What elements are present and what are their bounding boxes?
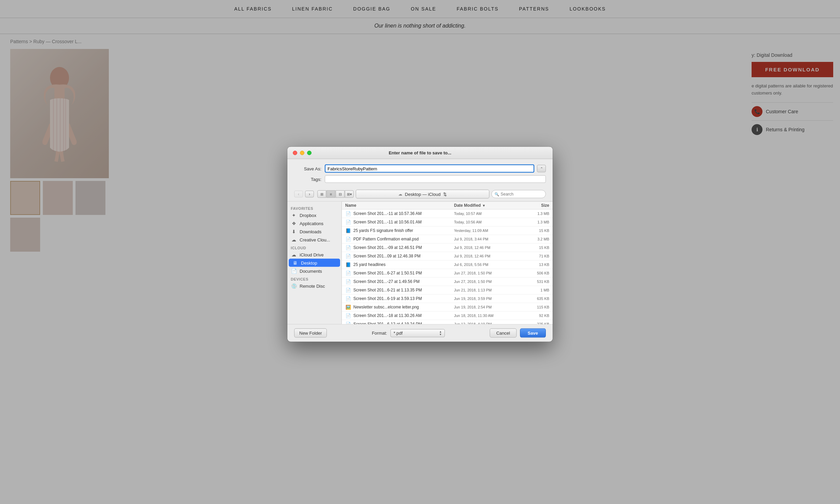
sidebar-creative-cloud-label: Creative Clou...	[300, 237, 330, 242]
file-row[interactable]: 📄 Screen Shot 201...6-21 at 1.13.35 PM J…	[342, 286, 553, 295]
file-row[interactable]: 📄 PDF Pattern Confirmation email.psd Jul…	[342, 235, 553, 243]
sidebar-downloads[interactable]: ⬇ Downloads	[287, 228, 341, 236]
sidebar-dropbox[interactable]: ✦ Dropbox	[287, 211, 341, 219]
search-input[interactable]	[501, 192, 552, 197]
traffic-lights	[293, 151, 312, 155]
file-icon: 📄	[345, 245, 351, 251]
column-date-header[interactable]: Date Modified ▼	[454, 203, 522, 208]
back-button[interactable]: ‹	[294, 191, 303, 198]
favorites-section-label: Favorites	[287, 204, 341, 211]
save-button[interactable]: Save	[520, 329, 546, 338]
nav-bar: ‹ › ⊞ ≡ ⊟ ⊞▾ ☁ Desktop — iCloud ⇅ 🔍	[287, 187, 553, 202]
file-row[interactable]: 📄 Screen Shot 201...-18 at 11.30.26 AM J…	[342, 312, 553, 320]
file-icon: 📄	[345, 270, 351, 276]
file-row[interactable]: 📘 25 yards FS signature finish offer Yes…	[342, 226, 553, 235]
forward-button[interactable]: ›	[305, 191, 314, 198]
tags-input[interactable]	[325, 175, 546, 183]
applications-icon: ❖	[291, 221, 297, 226]
tags-row: Tags:	[294, 175, 546, 183]
file-size: 115 KB	[522, 305, 549, 309]
sidebar-dropbox-label: Dropbox	[300, 213, 316, 218]
save-as-row: Save As: ⌃	[294, 165, 546, 173]
expand-button[interactable]: ⌃	[537, 165, 546, 172]
file-name: Newsletter subsc...elcome letter.png	[353, 305, 454, 309]
file-size: 531 KB	[522, 280, 549, 284]
sidebar-remote-disc[interactable]: 💿 Remote Disc	[287, 282, 341, 290]
file-row[interactable]: 📄 Screen Shot 201...-09 at 12.46.51 PM J…	[342, 243, 553, 252]
cover-flow-button[interactable]: ⊞▾	[345, 190, 354, 198]
sidebar-desktop[interactable]: 🖥 Desktop	[289, 259, 340, 267]
sort-arrow-icon: ▼	[482, 203, 486, 207]
file-row[interactable]: 📄 Screen Shot 201...-27 at 1.49.56 PM Ju…	[342, 278, 553, 286]
column-name-header[interactable]: Name	[345, 203, 454, 208]
sidebar-remote-disc-label: Remote Disc	[300, 283, 325, 288]
file-icon: 📘	[345, 262, 351, 268]
file-name: Screen Shot 201...6-12 at 4.19.24 PM	[353, 322, 454, 324]
creative-cloud-icon: ☁	[291, 237, 297, 242]
file-icon: 🖼️	[345, 304, 351, 310]
sidebar-downloads-label: Downloads	[300, 229, 321, 234]
file-row[interactable]: 📄 Screen Shot 201...09 at 12.46.38 PM Ju…	[342, 252, 553, 261]
file-name: Screen Shot 201...-11 at 10.57.36 AM	[353, 211, 454, 216]
location-dropdown[interactable]: ☁ Desktop — iCloud ⇅	[356, 190, 489, 199]
file-row[interactable]: 🖼️ Newsletter subsc...elcome letter.png …	[342, 303, 553, 312]
file-row[interactable]: 📄 Screen Shot 201...-11 at 10.56.01 AM T…	[342, 218, 553, 226]
sidebar: Favorites ✦ Dropbox ❖ Applications ⬇ Dow…	[287, 202, 342, 324]
save-as-label: Save As:	[294, 166, 321, 171]
format-label: Format:	[372, 331, 387, 336]
icloud-icon: ☁	[398, 192, 402, 197]
tags-label: Tags:	[294, 177, 321, 182]
remote-disc-icon: 💿	[291, 283, 297, 289]
save-as-input[interactable]	[325, 165, 534, 173]
file-date: Jun 19, 2018, 2:54 PM	[454, 305, 522, 309]
sidebar-documents[interactable]: 📄 Documents	[287, 267, 341, 275]
location-label: Desktop — iCloud	[405, 191, 441, 197]
file-row[interactable]: 📄 Screen Shot 201...6-19 at 3.59.13 PM J…	[342, 295, 553, 303]
file-date: Jun 19, 2018, 3:59 PM	[454, 297, 522, 301]
dialog-bottom-right: Cancel Save	[490, 329, 546, 338]
file-size: 225 KB	[522, 322, 549, 324]
file-name: Screen Shot 201...6-27 at 1.50.51 PM	[353, 271, 454, 275]
file-row[interactable]: 📘 25 yard headlines Jul 6, 2018, 5:56 PM…	[342, 261, 553, 269]
dropbox-icon: ✦	[291, 213, 297, 218]
save-dialog: Enter name of file to save to... Save As…	[287, 147, 553, 342]
format-value: *.pdf	[393, 331, 403, 336]
file-icon: 📄	[345, 313, 351, 319]
file-date: Jun 21, 2018, 1:13 PM	[454, 288, 522, 292]
file-date: Jul 9, 2018, 12:46 PM	[454, 246, 522, 250]
downloads-icon: ⬇	[291, 229, 297, 234]
file-name: Screen Shot 201...-27 at 1.49.56 PM	[353, 279, 454, 284]
dialog-body: Save As: ⌃ Tags:	[287, 159, 553, 183]
file-size: 1.3 MB	[522, 212, 549, 216]
file-size: 1.3 MB	[522, 220, 549, 224]
file-size: 506 KB	[522, 271, 549, 275]
list-view-button[interactable]: ≡	[326, 190, 335, 198]
file-row[interactable]: 📄 Screen Shot 201...6-12 at 4.19.24 PM J…	[342, 320, 553, 324]
file-icon: 📄	[345, 236, 351, 242]
file-list-container: Name Date Modified ▼ Size 📄 Screen Shot …	[342, 202, 553, 324]
cancel-button[interactable]: Cancel	[490, 329, 516, 338]
file-icon: 📄	[345, 287, 351, 293]
file-row[interactable]: 📄 Screen Shot 201...6-27 at 1.50.51 PM J…	[342, 269, 553, 278]
column-view-button[interactable]: ⊟	[336, 190, 345, 198]
file-row[interactable]: 📄 Screen Shot 201...-11 at 10.57.36 AM T…	[342, 209, 553, 218]
file-icon: 📄	[345, 321, 351, 324]
file-size: 71 KB	[522, 254, 549, 258]
file-name: 25 yard headlines	[353, 262, 454, 267]
sidebar-icloud-drive-label: iCloud Drive	[300, 252, 324, 257]
sidebar-desktop-label: Desktop	[301, 260, 317, 265]
sidebar-creative-cloud[interactable]: ☁ Creative Clou...	[287, 236, 341, 244]
close-button[interactable]	[293, 151, 297, 155]
sidebar-icloud-drive[interactable]: ☁ iCloud Drive	[287, 251, 341, 259]
format-dropdown[interactable]: *.pdf ▲ ▼	[390, 329, 445, 337]
column-size-header[interactable]: Size	[522, 203, 549, 208]
file-name: Screen Shot 201...-18 at 11.30.26 AM	[353, 313, 454, 318]
file-date: Jul 6, 2018, 5:56 PM	[454, 263, 522, 267]
minimize-button[interactable]	[300, 151, 304, 155]
file-size: 92 KB	[522, 314, 549, 318]
icon-view-button[interactable]: ⊞	[317, 190, 326, 198]
new-folder-button[interactable]: New Folder	[294, 329, 327, 338]
file-icon: 📘	[345, 228, 351, 234]
zoom-button[interactable]	[307, 151, 312, 155]
sidebar-applications[interactable]: ❖ Applications	[287, 219, 341, 228]
